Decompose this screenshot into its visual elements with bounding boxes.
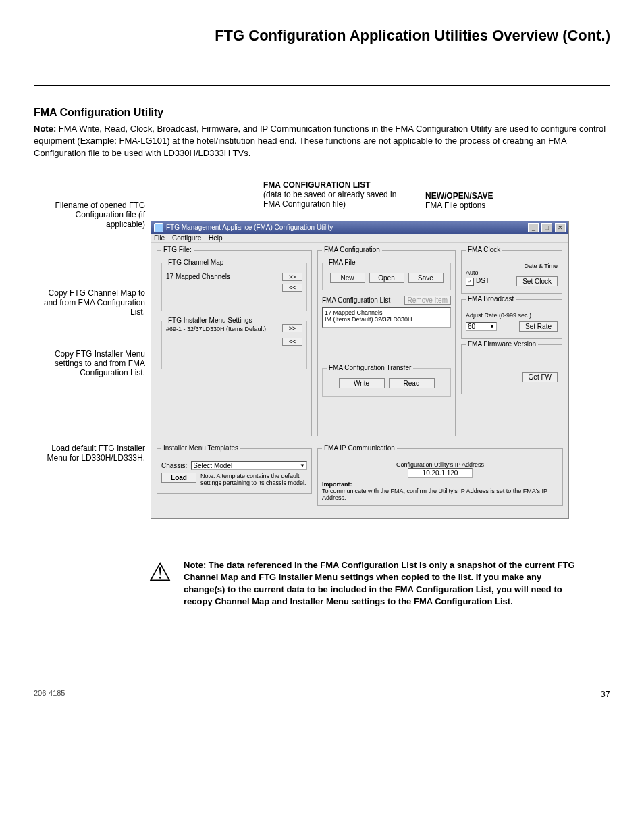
rate-label: Adjust Rate (0-999 sec.): [466, 312, 558, 319]
titlebar: FTG Management Appliance (FMA) Configura…: [151, 221, 568, 234]
write-button[interactable]: Write: [339, 378, 385, 388]
note-body: FMA Write, Read, Clock, Broadcast, Firmw…: [34, 124, 606, 158]
chassis-select[interactable]: Select Model ▼: [191, 461, 307, 470]
callout-copy-installer: Copy FTG Installer Menu settings to and …: [37, 349, 145, 377]
fma-file-legend: FMA File: [327, 259, 357, 266]
warning-text: Note: The data referenced in the FMA Con…: [184, 559, 581, 608]
menu-file[interactable]: File: [154, 234, 165, 242]
set-rate-button[interactable]: Set Rate: [519, 321, 558, 332]
close-button[interactable]: ✕: [555, 223, 566, 232]
read-button[interactable]: Read: [389, 378, 435, 388]
transfer-legend: FMA Configuration Transfer: [327, 364, 413, 371]
callout-new-open-save: NEW/OPEN/SAVE FMA File options: [425, 191, 547, 210]
load-button[interactable]: Load: [161, 473, 196, 483]
page-number: 37: [601, 689, 610, 699]
callout-fma-list-body: (data to be saved or already saved in FM…: [263, 190, 412, 209]
copy-channel-right-button[interactable]: >>: [282, 273, 302, 281]
callout-new-body: FMA File options: [425, 201, 547, 210]
section-title: FMA Configuration Utility: [34, 107, 610, 119]
page-title: FTG Configuration Application Utilities …: [34, 27, 610, 45]
copy-channel-left-button[interactable]: <<: [282, 284, 302, 292]
divider: [34, 85, 610, 86]
app-window: FTG Management Appliance (FMA) Configura…: [151, 221, 569, 519]
rate-select[interactable]: 60 ▼: [466, 322, 497, 331]
callout-filename: Filename of opened FTG Configuration fil…: [37, 201, 145, 229]
note-label: Note:: [34, 124, 56, 134]
warning-icon: ⚠: [149, 559, 171, 608]
important-body: To communicate with the FMA, confirm the…: [322, 488, 547, 501]
menu-help[interactable]: Help: [209, 234, 223, 242]
auto-label: Auto: [466, 269, 558, 276]
callout-fma-list-title: FMA CONFIGURATION LIST: [263, 180, 412, 190]
callout-fma-list: FMA CONFIGURATION LIST (data to be saved…: [263, 180, 412, 209]
dst-label: DST: [476, 277, 489, 284]
doc-number: 206-4185: [34, 689, 65, 699]
chevron-down-icon: ▼: [489, 323, 495, 330]
new-button[interactable]: New: [330, 273, 365, 283]
menu-configure[interactable]: Configure: [172, 234, 201, 242]
remove-item-button[interactable]: Remove Item: [404, 296, 451, 305]
ip-legend: FMA IP Communication: [322, 444, 397, 452]
firmware-legend: FMA Firmware Version: [466, 340, 538, 348]
window-title: FTG Management Appliance (FMA) Configura…: [166, 224, 333, 231]
rate-value: 60: [468, 323, 475, 330]
copy-installer-right-button[interactable]: >>: [282, 324, 302, 332]
dst-checkbox[interactable]: ✓: [466, 278, 474, 286]
app-icon: [154, 223, 163, 232]
callout-copy-channel-map: Copy FTG Channel Map to and from FMA Con…: [37, 288, 145, 317]
template-note: Note: A template contains the default se…: [200, 473, 307, 486]
open-button[interactable]: Open: [369, 273, 404, 283]
list-item: IM (Items Default) 32/37LD330H: [325, 316, 448, 323]
ftg-file-legend: FTG File:: [161, 246, 194, 253]
minimize-button[interactable]: _: [528, 223, 539, 232]
date-time-label: Date & Time: [466, 263, 558, 269]
fma-config-legend: FMA Configuration: [322, 246, 382, 253]
templates-legend: Installer Menu Templates: [161, 444, 240, 452]
menubar: File Configure Help: [151, 234, 568, 243]
chevron-down-icon: ▼: [300, 463, 305, 469]
list-item: 17 Mapped Channels: [325, 309, 448, 316]
channel-map-legend: FTG Channel Map: [166, 259, 225, 266]
chassis-label: Chassis:: [161, 462, 187, 469]
callout-load-default: Load default FTG Installer Menu for LD33…: [37, 444, 145, 463]
mapped-channels-label: 17 Mapped Channels: [166, 273, 230, 280]
callout-new-title: NEW/OPEN/SAVE: [425, 191, 547, 201]
clock-legend: FMA Clock: [466, 246, 502, 253]
broadcast-legend: FMA Broadcast: [466, 295, 516, 303]
important-label: Important:: [322, 481, 352, 488]
get-fw-button[interactable]: Get FW: [522, 372, 558, 382]
config-listbox[interactable]: 17 Mapped Channels IM (Items Default) 32…: [322, 307, 451, 328]
copy-installer-left-button[interactable]: <<: [282, 338, 302, 346]
set-clock-button[interactable]: Set Clock: [516, 276, 558, 286]
ip-addr-label: Configuration Utility's IP Address: [322, 461, 558, 468]
config-list-label: FMA Configuration List: [322, 296, 390, 304]
chassis-value: Select Model: [193, 462, 232, 469]
installer-settings-legend: FTG Installer Menu Settings: [166, 317, 254, 324]
maximize-button[interactable]: □: [541, 223, 552, 232]
save-button[interactable]: Save: [408, 273, 444, 283]
ip-address-input[interactable]: 10.20.1.120: [408, 468, 473, 478]
intro-note: Note: FMA Write, Read, Clock, Broadcast,…: [34, 123, 610, 160]
